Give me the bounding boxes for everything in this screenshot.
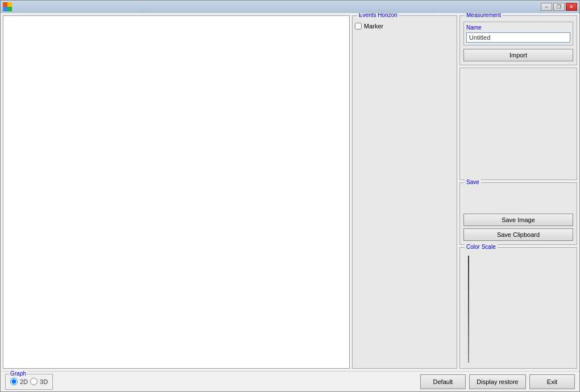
restore-button[interactable]: ❐	[553, 3, 565, 11]
radio-3d-label: 3D	[40, 378, 48, 385]
save-clipboard-button[interactable]: Save Clipboard	[463, 228, 573, 241]
marker-label: Marker	[364, 23, 383, 30]
measurement-group-label: Measurement	[465, 13, 503, 18]
blank-area-1	[459, 68, 577, 180]
minimize-button[interactable]: –	[541, 3, 552, 11]
svg-rect-3	[7, 7, 12, 11]
radio-3d[interactable]	[30, 378, 38, 385]
color-scale-label: Color Scale	[465, 244, 498, 250]
title-bar-buttons: – ❐ ✕	[541, 3, 577, 11]
events-horizon-label: Events Horizon	[357, 13, 399, 18]
radio-2d-label: 2D	[20, 378, 28, 385]
bottom-bar: Graph 2D 3D Default Display restore Exit	[1, 371, 579, 391]
save-image-button[interactable]: Save Image	[463, 214, 573, 226]
measurement-name-input[interactable]	[466, 32, 570, 43]
svg-rect-2	[3, 7, 7, 11]
graph-group-label: Graph	[9, 370, 27, 377]
name-group: Name	[463, 22, 573, 45]
close-button[interactable]: ✕	[566, 3, 577, 11]
graph-canvas	[3, 16, 349, 368]
color-scale-inner	[463, 253, 573, 365]
events-horizon-group: Events Horizon Marker	[352, 15, 457, 369]
svg-rect-0	[3, 2, 7, 7]
app-icon	[3, 2, 12, 11]
title-bar: – ❐ ✕	[1, 1, 579, 13]
import-button[interactable]: Import	[463, 49, 573, 61]
svg-rect-1	[7, 2, 12, 7]
marker-row: Marker	[355, 23, 454, 30]
bottom-buttons-right: Default Display restore Exit	[420, 374, 575, 389]
main-content: Events Horizon Marker Measurement Name I…	[1, 13, 579, 371]
radio-row: 2D 3D	[10, 378, 48, 385]
color-scale-group: Color Scale	[459, 247, 577, 369]
display-restore-button[interactable]: Display restore	[469, 374, 526, 389]
name-sublabel: Name	[466, 24, 570, 31]
exit-button[interactable]: Exit	[529, 374, 575, 389]
save-group-label: Save	[465, 179, 481, 185]
save-inner-blank	[463, 189, 573, 211]
graph-panel	[3, 15, 350, 369]
color-bar	[468, 256, 469, 362]
events-panel: Events Horizon Marker	[352, 15, 457, 369]
graph-group: Graph 2D 3D	[5, 374, 53, 390]
right-panel: Measurement Name Import Save Save Image …	[459, 15, 577, 369]
measurement-group: Measurement Name Import	[459, 15, 577, 65]
radio-2d[interactable]	[10, 378, 18, 385]
save-group: Save Save Image Save Clipboard	[459, 182, 577, 245]
default-button[interactable]: Default	[420, 374, 466, 389]
main-window: – ❐ ✕ Events Horizon Marker Measurement	[0, 0, 580, 392]
marker-checkbox[interactable]	[355, 23, 362, 30]
title-bar-left	[3, 2, 12, 11]
